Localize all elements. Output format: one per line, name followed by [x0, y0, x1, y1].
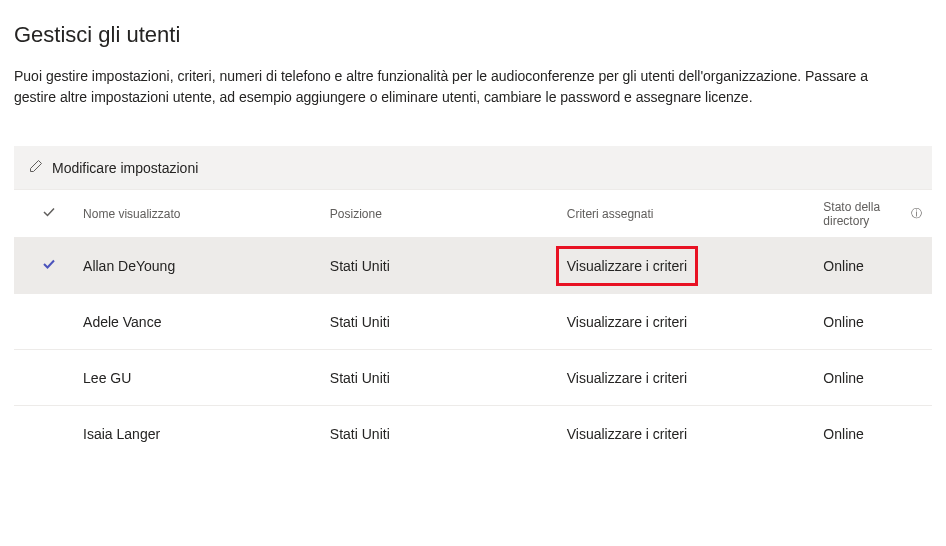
table-row[interactable]: Lee GU Stati Uniti Visualizzare i criter… [14, 350, 932, 406]
cell-directory-status: Online [823, 370, 932, 386]
cell-location: Stati Uniti [330, 370, 567, 386]
checkmark-icon [42, 205, 56, 222]
cell-location: Stati Uniti [330, 314, 567, 330]
checkmark-icon [42, 257, 56, 274]
cell-location: Stati Uniti [330, 426, 567, 442]
cell-location: Stati Uniti [330, 258, 567, 274]
table-header-row: Nome visualizzato Posizione Criteri asse… [14, 190, 932, 238]
page-title: Gestisci gli utenti [0, 0, 946, 66]
edit-settings-button[interactable]: Modificare impostazioni [28, 158, 198, 177]
cell-display-name: Isaia Langer [83, 426, 330, 442]
cell-policies[interactable]: Visualizzare i criteri [567, 246, 824, 286]
cell-directory-status: Online [823, 426, 932, 442]
table-row[interactable]: Adele Vance Stati Uniti Visualizzare i c… [14, 294, 932, 350]
header-select-all[interactable] [14, 205, 83, 222]
cell-policies[interactable]: Visualizzare i criteri [567, 314, 824, 330]
edit-icon [28, 158, 44, 177]
toolbar: Modificare impostazioni [14, 146, 932, 190]
users-panel: Modificare impostazioni Nome visualizzat… [14, 146, 932, 462]
info-icon: ⓘ [911, 206, 922, 221]
cell-directory-status: Online [823, 258, 932, 274]
cell-display-name: Allan DeYoung [83, 258, 330, 274]
cell-policies[interactable]: Visualizzare i criteri [567, 370, 824, 386]
header-location[interactable]: Posizione [330, 207, 567, 221]
header-policies[interactable]: Criteri assegnati [567, 207, 824, 221]
header-directory-status[interactable]: Stato della directory ⓘ [823, 200, 932, 228]
cell-policies[interactable]: Visualizzare i criteri [567, 426, 824, 442]
table-row[interactable]: Isaia Langer Stati Uniti Visualizzare i … [14, 406, 932, 462]
cell-display-name: Adele Vance [83, 314, 330, 330]
header-directory-status-label: Stato della directory [823, 200, 907, 228]
table-row[interactable]: Allan DeYoung Stati Uniti Visualizzare i… [14, 238, 932, 294]
cell-directory-status: Online [823, 314, 932, 330]
users-table: Nome visualizzato Posizione Criteri asse… [14, 190, 932, 462]
edit-settings-label: Modificare impostazioni [52, 160, 198, 176]
row-checkbox[interactable] [14, 257, 83, 274]
highlight-box: Visualizzare i criteri [556, 246, 698, 286]
page-description: Puoi gestire impostazioni, criteri, nume… [0, 66, 920, 108]
header-display-name[interactable]: Nome visualizzato [83, 207, 330, 221]
cell-display-name: Lee GU [83, 370, 330, 386]
